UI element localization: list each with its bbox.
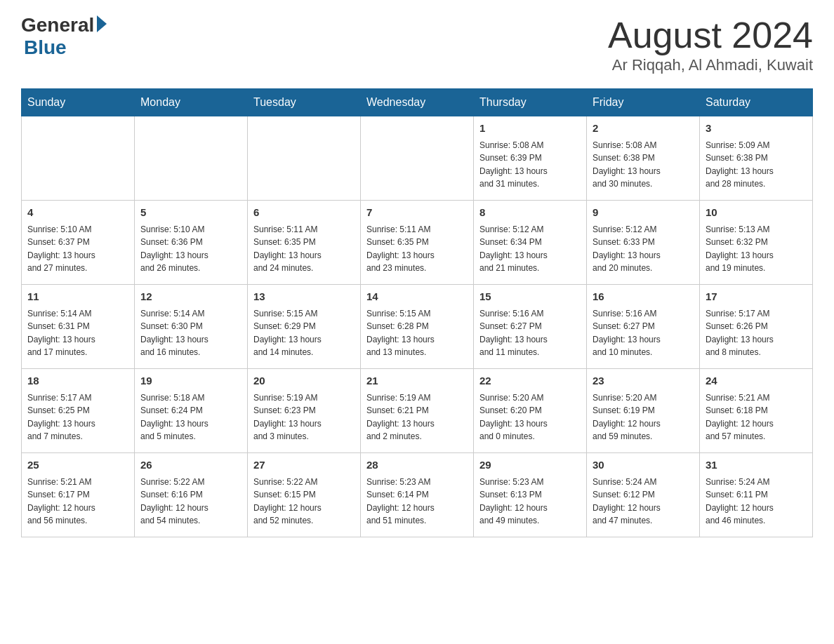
calendar-cell: 18Sunrise: 5:17 AM Sunset: 6:25 PM Dayli… — [22, 369, 135, 453]
day-info: Sunrise: 5:08 AM Sunset: 6:38 PM Dayligh… — [593, 139, 694, 191]
day-info: Sunrise: 5:10 AM Sunset: 6:37 PM Dayligh… — [27, 223, 128, 275]
calendar-cell: 24Sunrise: 5:21 AM Sunset: 6:18 PM Dayli… — [700, 369, 813, 453]
calendar-week-row: 1Sunrise: 5:08 AM Sunset: 6:39 PM Daylig… — [22, 116, 813, 201]
day-info: Sunrise: 5:18 AM Sunset: 6:24 PM Dayligh… — [140, 391, 241, 443]
day-of-week-header: Saturday — [700, 89, 813, 116]
calendar-cell: 19Sunrise: 5:18 AM Sunset: 6:24 PM Dayli… — [135, 369, 248, 453]
calendar-cell: 7Sunrise: 5:11 AM Sunset: 6:35 PM Daylig… — [361, 201, 474, 285]
day-info: Sunrise: 5:24 AM Sunset: 6:12 PM Dayligh… — [593, 476, 694, 528]
day-of-week-header: Tuesday — [248, 89, 361, 116]
day-number: 2 — [593, 121, 694, 137]
day-number: 1 — [479, 121, 581, 137]
day-number: 31 — [706, 457, 807, 474]
calendar-cell: 17Sunrise: 5:17 AM Sunset: 6:26 PM Dayli… — [700, 285, 813, 369]
day-info: Sunrise: 5:22 AM Sunset: 6:15 PM Dayligh… — [253, 476, 355, 528]
logo-arrow-icon — [97, 15, 107, 32]
day-number: 16 — [593, 289, 694, 305]
day-info: Sunrise: 5:17 AM Sunset: 6:26 PM Dayligh… — [706, 307, 807, 359]
day-number: 30 — [593, 457, 694, 474]
calendar-cell — [361, 116, 474, 201]
logo-blue-text: Blue — [24, 36, 67, 59]
calendar-cell: 2Sunrise: 5:08 AM Sunset: 6:38 PM Daylig… — [587, 116, 700, 201]
day-of-week-header: Friday — [587, 89, 700, 116]
day-number: 8 — [479, 205, 581, 221]
day-info: Sunrise: 5:19 AM Sunset: 6:21 PM Dayligh… — [366, 391, 468, 443]
calendar-cell — [135, 116, 248, 201]
logo: General Blue — [21, 14, 107, 59]
day-info: Sunrise: 5:15 AM Sunset: 6:28 PM Dayligh… — [366, 307, 468, 359]
day-number: 26 — [140, 457, 241, 474]
day-info: Sunrise: 5:23 AM Sunset: 6:13 PM Dayligh… — [479, 476, 581, 528]
calendar-cell — [22, 116, 135, 201]
day-info: Sunrise: 5:08 AM Sunset: 6:39 PM Dayligh… — [479, 139, 581, 191]
day-of-week-header: Wednesday — [361, 89, 474, 116]
day-header-row: SundayMondayTuesdayWednesdayThursdayFrid… — [22, 89, 813, 116]
calendar-cell: 4Sunrise: 5:10 AM Sunset: 6:37 PM Daylig… — [22, 201, 135, 285]
day-info: Sunrise: 5:20 AM Sunset: 6:19 PM Dayligh… — [593, 391, 694, 443]
day-info: Sunrise: 5:16 AM Sunset: 6:27 PM Dayligh… — [479, 307, 581, 359]
day-number: 4 — [27, 205, 128, 221]
day-of-week-header: Thursday — [474, 89, 587, 116]
calendar-cell: 20Sunrise: 5:19 AM Sunset: 6:23 PM Dayli… — [248, 369, 361, 453]
calendar-cell: 29Sunrise: 5:23 AM Sunset: 6:13 PM Dayli… — [474, 453, 587, 537]
calendar-cell: 12Sunrise: 5:14 AM Sunset: 6:30 PM Dayli… — [135, 285, 248, 369]
day-of-week-header: Sunday — [22, 89, 135, 116]
day-info: Sunrise: 5:12 AM Sunset: 6:33 PM Dayligh… — [593, 223, 694, 275]
day-number: 6 — [253, 205, 355, 221]
calendar-cell: 13Sunrise: 5:15 AM Sunset: 6:29 PM Dayli… — [248, 285, 361, 369]
day-info: Sunrise: 5:14 AM Sunset: 6:30 PM Dayligh… — [140, 307, 241, 359]
calendar-week-row: 25Sunrise: 5:21 AM Sunset: 6:17 PM Dayli… — [22, 453, 813, 537]
day-info: Sunrise: 5:13 AM Sunset: 6:32 PM Dayligh… — [706, 223, 807, 275]
calendar-cell: 27Sunrise: 5:22 AM Sunset: 6:15 PM Dayli… — [248, 453, 361, 537]
calendar-cell: 25Sunrise: 5:21 AM Sunset: 6:17 PM Dayli… — [22, 453, 135, 537]
day-number: 21 — [366, 373, 468, 389]
day-number: 5 — [140, 205, 241, 221]
day-number: 29 — [479, 457, 581, 474]
calendar-cell — [248, 116, 361, 201]
calendar-cell: 14Sunrise: 5:15 AM Sunset: 6:28 PM Dayli… — [361, 285, 474, 369]
day-number: 17 — [706, 289, 807, 305]
calendar-cell: 15Sunrise: 5:16 AM Sunset: 6:27 PM Dayli… — [474, 285, 587, 369]
calendar-cell: 6Sunrise: 5:11 AM Sunset: 6:35 PM Daylig… — [248, 201, 361, 285]
title-area: August 2024 Ar Riqqah, Al Ahmadi, Kuwait — [608, 14, 813, 74]
day-number: 23 — [593, 373, 694, 389]
day-number: 3 — [706, 121, 807, 137]
header: General Blue August 2024 Ar Riqqah, Al A… — [21, 14, 813, 74]
day-info: Sunrise: 5:20 AM Sunset: 6:20 PM Dayligh… — [479, 391, 581, 443]
calendar-cell: 8Sunrise: 5:12 AM Sunset: 6:34 PM Daylig… — [474, 201, 587, 285]
logo-general-text: General — [21, 14, 94, 36]
calendar-cell: 11Sunrise: 5:14 AM Sunset: 6:31 PM Dayli… — [22, 285, 135, 369]
day-info: Sunrise: 5:22 AM Sunset: 6:16 PM Dayligh… — [140, 476, 241, 528]
day-number: 9 — [593, 205, 694, 221]
day-info: Sunrise: 5:11 AM Sunset: 6:35 PM Dayligh… — [253, 223, 355, 275]
day-info: Sunrise: 5:16 AM Sunset: 6:27 PM Dayligh… — [593, 307, 694, 359]
day-info: Sunrise: 5:21 AM Sunset: 6:18 PM Dayligh… — [706, 391, 807, 443]
day-info: Sunrise: 5:24 AM Sunset: 6:11 PM Dayligh… — [706, 476, 807, 528]
day-info: Sunrise: 5:12 AM Sunset: 6:34 PM Dayligh… — [479, 223, 581, 275]
calendar-cell: 16Sunrise: 5:16 AM Sunset: 6:27 PM Dayli… — [587, 285, 700, 369]
location-subtitle: Ar Riqqah, Al Ahmadi, Kuwait — [608, 56, 813, 74]
day-info: Sunrise: 5:15 AM Sunset: 6:29 PM Dayligh… — [253, 307, 355, 359]
day-info: Sunrise: 5:11 AM Sunset: 6:35 PM Dayligh… — [366, 223, 468, 275]
calendar-cell: 31Sunrise: 5:24 AM Sunset: 6:11 PM Dayli… — [700, 453, 813, 537]
day-info: Sunrise: 5:19 AM Sunset: 6:23 PM Dayligh… — [253, 391, 355, 443]
calendar-cell: 23Sunrise: 5:20 AM Sunset: 6:19 PM Dayli… — [587, 369, 700, 453]
day-info: Sunrise: 5:17 AM Sunset: 6:25 PM Dayligh… — [27, 391, 128, 443]
calendar-cell: 26Sunrise: 5:22 AM Sunset: 6:16 PM Dayli… — [135, 453, 248, 537]
calendar-cell: 30Sunrise: 5:24 AM Sunset: 6:12 PM Dayli… — [587, 453, 700, 537]
day-number: 27 — [253, 457, 355, 474]
day-number: 20 — [253, 373, 355, 389]
day-info: Sunrise: 5:09 AM Sunset: 6:38 PM Dayligh… — [706, 139, 807, 191]
calendar-cell: 3Sunrise: 5:09 AM Sunset: 6:38 PM Daylig… — [700, 116, 813, 201]
day-info: Sunrise: 5:10 AM Sunset: 6:36 PM Dayligh… — [140, 223, 241, 275]
day-number: 25 — [27, 457, 128, 474]
day-number: 18 — [27, 373, 128, 389]
day-number: 15 — [479, 289, 581, 305]
day-number: 14 — [366, 289, 468, 305]
calendar-week-row: 4Sunrise: 5:10 AM Sunset: 6:37 PM Daylig… — [22, 201, 813, 285]
calendar-week-row: 11Sunrise: 5:14 AM Sunset: 6:31 PM Dayli… — [22, 285, 813, 369]
calendar-cell: 10Sunrise: 5:13 AM Sunset: 6:32 PM Dayli… — [700, 201, 813, 285]
day-info: Sunrise: 5:21 AM Sunset: 6:17 PM Dayligh… — [27, 476, 128, 528]
day-info: Sunrise: 5:14 AM Sunset: 6:31 PM Dayligh… — [27, 307, 128, 359]
calendar-cell: 28Sunrise: 5:23 AM Sunset: 6:14 PM Dayli… — [361, 453, 474, 537]
